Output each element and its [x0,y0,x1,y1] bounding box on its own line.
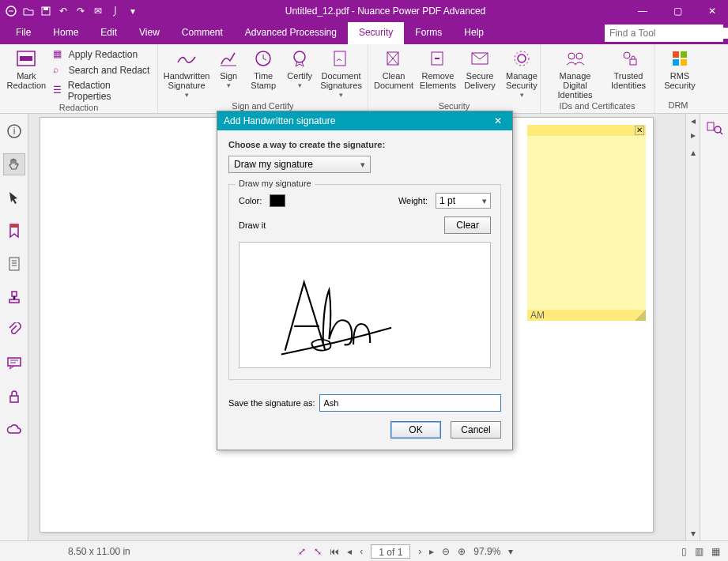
certify-button[interactable]: Certify▾ [283,46,316,92]
zoom-level[interactable]: 97.9% [473,546,500,557]
close-button[interactable]: ✕ [701,3,723,19]
menu-advanced[interactable]: Advanced Processing [234,22,348,44]
clear-button[interactable]: Clear [444,216,491,234]
vertical-scrollbar[interactable]: ◂ ▸ ▴ ▾ [685,114,700,540]
sticky-note[interactable]: ✕ AM [527,125,646,321]
next-page-icon[interactable]: ▸ [429,546,434,557]
signature-canvas[interactable] [239,242,491,368]
manage-security-button[interactable]: Manage Security▾ [501,46,542,101]
choose-label: Choose a way to create the signature: [228,140,501,149]
svg-rect-18 [681,51,687,58]
dialog-close-icon[interactable]: ✕ [490,115,506,126]
timestamp-button[interactable]: Time Stamp [247,46,280,92]
handwritten-sig-button[interactable]: Handwritten Signature▾ [163,46,210,101]
menu-view[interactable]: View [128,22,171,44]
apply-redaction-button[interactable]: ▦Apply Redaction [51,47,153,62]
scroll-left-icon[interactable]: ◂ [686,114,700,128]
minimize-button[interactable]: — [632,3,654,19]
props-icon: ☰ [53,85,65,97]
trusted-identities-button[interactable]: Trusted Identities [608,46,649,92]
prev-page-icon[interactable]: ◂ [347,546,352,557]
qat-dropdown-icon[interactable]: ▾ [126,5,139,17]
weight-select[interactable]: 1 pt [436,193,491,209]
page-dimensions: 8.50 x 11.00 in [63,546,130,557]
certify-icon [289,47,311,70]
svg-rect-23 [10,224,18,228]
menu-edit[interactable]: Edit [89,22,128,44]
hand-tool-icon[interactable] [3,153,25,175]
remove-icon [427,47,449,70]
attach-icon[interactable] [109,5,122,17]
color-label: Color: [239,196,262,205]
stamp-panel-icon[interactable] [3,286,25,308]
redo-icon[interactable]: ↷ [74,5,87,17]
comments-panel-icon[interactable] [3,352,25,375]
sign-button[interactable]: Sign▾ [213,46,243,92]
find-tool-input[interactable] [609,28,728,39]
menu-home[interactable]: Home [42,22,89,44]
color-swatch[interactable] [270,194,285,207]
svg-rect-20 [681,59,687,66]
scroll-down-icon[interactable]: ▾ [686,526,700,540]
menu-help[interactable]: Help [453,22,495,44]
maximize-button[interactable]: ▢ [666,3,688,19]
undo-icon[interactable]: ↶ [57,5,70,17]
cancel-button[interactable]: Cancel [451,421,501,439]
add-signature-dialog: Add Handwritten signature ✕ Choose a way… [217,111,513,450]
fieldset-legend: Draw my signature [236,179,315,188]
zoom-dropdown-icon[interactable]: ▾ [508,546,513,557]
svg-rect-19 [673,59,679,66]
fit-width-icon[interactable]: ⤢ [298,546,306,557]
mail-icon[interactable]: ✉ [92,5,104,17]
search-panel-icon[interactable] [706,120,723,136]
open-icon[interactable] [22,5,35,17]
rms-security-button[interactable]: RMS Security [659,46,700,92]
select-tool-icon[interactable] [3,186,25,209]
signature-name-input[interactable] [319,394,501,412]
find-tool[interactable]: ⌕ [605,24,723,42]
doc-signatures-button[interactable]: Document Signatures▾ [319,46,363,101]
sticky-close-icon[interactable]: ✕ [635,126,644,135]
zoom-out-icon[interactable]: ⊖ [442,546,450,557]
view-single-icon[interactable]: ▯ [681,546,687,557]
ok-button[interactable]: OK [390,421,441,439]
remove-elements-button[interactable]: Remove Elements [417,46,458,92]
svg-rect-2 [43,7,48,10]
windows-icon [669,47,691,70]
security-panel-icon[interactable] [3,386,25,408]
menu-security[interactable]: Security [348,22,404,44]
view-continuous-icon[interactable]: ▥ [695,546,703,557]
mark-redaction-button[interactable]: Mark Redaction [5,46,48,92]
manage-digital-button[interactable]: Manage Digital Identities [545,46,605,101]
save-icon[interactable] [40,5,52,17]
clean-doc-button[interactable]: Clean Document [373,46,414,92]
secure-delivery-button[interactable]: Secure Delivery [462,46,498,92]
dialog-titlebar[interactable]: Add Handwritten signature ✕ [217,111,512,130]
search-redact-button[interactable]: ⌕Search and Redact [51,63,153,77]
svg-rect-7 [334,51,345,66]
view-facing-icon[interactable]: ▦ [711,546,720,557]
first-page-icon[interactable]: ⏮ [330,546,339,557]
info-panel-icon[interactable]: i [3,120,25,142]
zoom-in-icon[interactable]: ⊕ [458,546,466,557]
menu-file[interactable]: File [5,22,42,44]
svg-rect-27 [707,122,714,130]
signature-method-select[interactable]: Draw my signature [228,156,371,173]
svg-rect-25 [8,358,21,366]
menu-forms[interactable]: Forms [404,22,453,44]
pages-panel-icon[interactable] [3,253,25,275]
page-indicator[interactable]: 1 of 1 [371,544,410,559]
redaction-props-button[interactable]: ☰Redaction Properties [51,79,153,103]
prev-icon[interactable]: ‹ [360,546,363,557]
scroll-up-icon[interactable]: ▴ [686,145,700,160]
docsig-icon [330,47,353,70]
clean-icon [383,47,405,70]
bookmark-panel-icon[interactable] [3,220,25,242]
cloud-panel-icon[interactable] [3,419,25,441]
window-controls: — ▢ ✕ [632,3,723,19]
fit-page-icon[interactable]: ⤡ [314,546,322,557]
scroll-right-icon[interactable]: ▸ [686,128,700,142]
attachments-panel-icon[interactable] [3,319,25,341]
next-icon[interactable]: › [418,546,421,557]
menu-comment[interactable]: Comment [171,22,234,44]
